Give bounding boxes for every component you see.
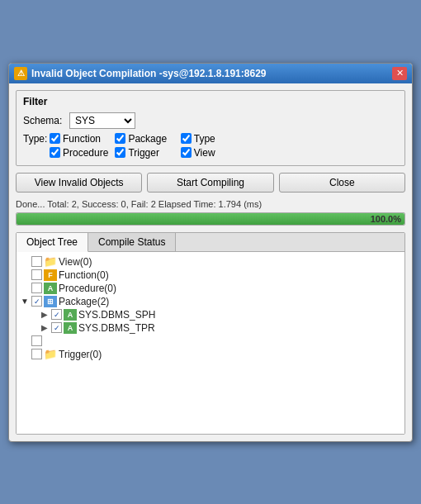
trigger-checkbox-item: Trigger [115,147,173,159]
type-row: Type: [23,133,46,145]
function-label: Function [63,133,101,145]
tree-item-procedure[interactable]: A Procedure(0) [20,282,401,295]
tree-label-tpr: SYS.DBMS_TPR [78,322,155,334]
start-compiling-button[interactable]: Start Compiling [147,173,273,193]
package-label: Package [128,133,167,145]
tree-label-sph: SYS.DBMS_SPH [78,309,155,321]
main-window: ⚠ Invalid Object Compilation -sys@192.1.… [8,63,413,442]
filter-group: Filter Schema: SYS PUBLIC SYSTEM Type: [16,90,405,166]
view-checkbox[interactable] [181,147,192,158]
schema-row: Schema: SYS PUBLIC SYSTEM [23,112,398,129]
type-checkbox-item: Type [181,133,239,145]
tree-label-procedure: Procedure(0) [59,283,116,294]
expand-icon-function [20,270,30,280]
type-checkbox[interactable] [181,133,192,144]
tree-item-view[interactable]: 📁 View(0) [20,255,401,269]
filter-label: Filter [23,96,398,107]
close-window-button[interactable]: ✕ [392,67,407,80]
schema-label: Schema: [23,115,64,126]
expand-icon-sph: ▶ [40,310,50,320]
expand-icon-tpr: ▶ [40,323,50,333]
function-checkbox-item: Function [50,133,108,145]
procedure-label: Procedure [63,147,108,159]
tab-object-tree[interactable]: Object Tree [17,233,88,252]
tree-item-empty [20,335,401,348]
procedure-checkbox-item: Procedure [50,147,108,159]
checkbox-package[interactable] [31,296,42,307]
tree-label-function: Function(0) [59,269,109,281]
proc-icon: A [44,283,57,294]
status-message: Done... Total: 2, Success: 0, Fail: 2 El… [16,199,405,209]
tree-item-dbms-tpr[interactable]: ▶ A SYS.DBMS_TPR [20,321,401,335]
checkbox-procedure[interactable] [31,283,42,293]
tree-label-trigger: Trigger(0) [59,349,102,360]
window-icon: ⚠ [14,67,27,80]
expand-icon-package: ▼ [20,297,30,307]
tree-label-view: View(0) [59,256,92,268]
tree-item-package[interactable]: ▼ ⊞ Package(2) [20,295,401,308]
title-bar-left: ⚠ Invalid Object Compilation -sys@192.1.… [14,67,266,80]
expand-icon-view [20,257,30,267]
tab-content: 📁 View(0) F Function(0) A Procedure(0) [17,252,404,434]
proc-icon-tpr: A [64,322,77,334]
close-button[interactable]: Close [279,173,405,193]
tab-compile-status[interactable]: Compile Status [88,233,176,251]
tree-item-trigger[interactable]: 📁 Trigger(0) [20,348,401,361]
content-area: Filter Schema: SYS PUBLIC SYSTEM Type: [9,83,412,441]
checkbox-trigger[interactable] [31,349,42,359]
trigger-checkbox[interactable] [115,147,125,158]
package-checkbox-item: Package [115,133,173,145]
package-checkbox[interactable] [115,133,125,144]
title-bar: ⚠ Invalid Object Compilation -sys@192.1.… [9,64,412,83]
tree-label-package: Package(2) [59,296,109,307]
folder-icon-trigger: 📁 [44,349,57,360]
checkbox-view[interactable] [31,256,42,267]
window-title: Invalid Object Compilation -sys@192.1.8.… [31,68,266,79]
progress-percent: 100.0% [371,214,401,224]
expand-icon-procedure [20,283,30,293]
view-invalid-button[interactable]: View Invalid Objects [16,173,142,193]
progress-container: 100.0% [16,212,405,226]
progress-bar [17,213,404,225]
tree-item-dbms-sph[interactable]: ▶ A SYS.DBMS_SPH [20,308,401,321]
buttons-row: View Invalid Objects Start Compiling Clo… [16,173,405,193]
function-checkbox[interactable] [50,133,60,144]
func-icon: F [44,269,57,281]
expand-icon-empty [20,336,30,346]
trigger-label: Trigger [128,147,159,159]
checkbox-sph[interactable] [51,309,62,320]
type-label-cb: Type [194,133,215,145]
view-label: View [194,147,215,159]
type-label: Type: [23,133,46,145]
checkbox-tpr[interactable] [51,322,62,333]
proc-icon-sph: A [64,309,77,321]
pkg-icon: ⊞ [44,296,57,307]
checkbox-empty[interactable] [31,335,42,346]
checkbox-function[interactable] [31,269,42,280]
procedure-checkbox[interactable] [50,147,60,158]
folder-icon-view: 📁 [44,256,57,268]
view-checkbox-item: View [181,147,239,159]
tabs-header: Object Tree Compile Status [17,233,404,252]
tabs-container: Object Tree Compile Status 📁 View(0) F [16,232,405,435]
schema-select[interactable]: SYS PUBLIC SYSTEM [69,112,135,129]
tree-item-function[interactable]: F Function(0) [20,269,401,282]
expand-icon-trigger [20,349,30,359]
